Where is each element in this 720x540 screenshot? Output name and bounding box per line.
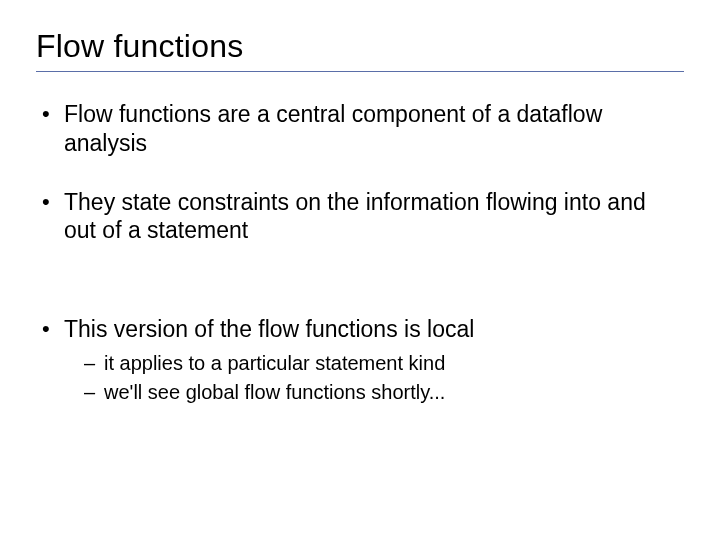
sub-bullet-text: we'll see global flow functions shortly.… bbox=[104, 381, 445, 403]
sub-bullet-list: it applies to a particular statement kin… bbox=[84, 350, 684, 406]
bullet-text: This version of the flow functions is lo… bbox=[64, 316, 474, 342]
slide-title: Flow functions bbox=[36, 28, 684, 65]
sub-bullet-item: we'll see global flow functions shortly.… bbox=[84, 379, 684, 406]
slide: Flow functions Flow functions are a cent… bbox=[0, 0, 720, 540]
sub-bullet-item: it applies to a particular statement kin… bbox=[84, 350, 684, 377]
bullet-list: Flow functions are a central component o… bbox=[36, 100, 684, 406]
sub-bullet-text: it applies to a particular statement kin… bbox=[104, 352, 445, 374]
title-divider bbox=[36, 71, 684, 72]
bullet-item: They state constraints on the informatio… bbox=[36, 188, 684, 246]
bullet-item: Flow functions are a central component o… bbox=[36, 100, 684, 158]
bullet-text: They state constraints on the informatio… bbox=[64, 189, 646, 244]
bullet-item: This version of the flow functions is lo… bbox=[36, 315, 684, 406]
bullet-text: Flow functions are a central component o… bbox=[64, 101, 602, 156]
